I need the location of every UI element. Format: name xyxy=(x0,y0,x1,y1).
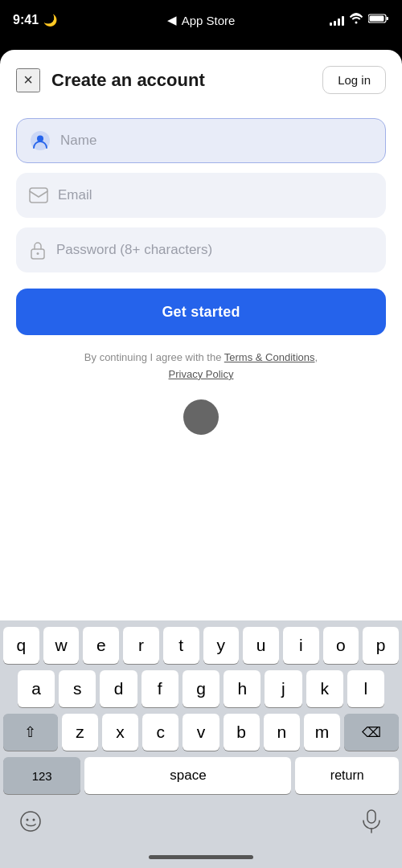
keyboard-row-2: a s d f g h j k l xyxy=(0,670,402,707)
key-r[interactable]: r xyxy=(123,627,159,664)
keyboard-bottom-row xyxy=(0,800,402,845)
key-o[interactable]: o xyxy=(323,627,359,664)
key-n[interactable]: n xyxy=(264,714,300,751)
svg-rect-5 xyxy=(30,188,47,203)
email-icon xyxy=(29,187,48,203)
svg-point-7 xyxy=(37,252,39,255)
key-l[interactable]: l xyxy=(347,670,384,707)
key-q[interactable]: q xyxy=(3,627,39,664)
name-input[interactable] xyxy=(60,133,372,149)
numbers-key[interactable]: 123 xyxy=(3,757,80,794)
key-j[interactable]: j xyxy=(265,670,302,707)
drag-handle-area xyxy=(16,399,386,435)
svg-point-8 xyxy=(21,812,40,831)
svg-rect-1 xyxy=(370,16,384,22)
svg-rect-11 xyxy=(367,810,375,823)
microphone-icon[interactable] xyxy=(354,804,389,839)
svg-rect-2 xyxy=(387,17,389,20)
email-field-group[interactable] xyxy=(16,173,386,218)
svg-point-9 xyxy=(27,819,29,821)
password-field-group[interactable] xyxy=(16,227,386,272)
shift-key[interactable]: ⇧ xyxy=(3,714,58,751)
app-store-label[interactable]: App Store xyxy=(182,14,236,27)
wifi-icon xyxy=(349,13,363,27)
battery-icon xyxy=(368,13,389,27)
key-c[interactable]: c xyxy=(142,714,178,751)
key-d[interactable]: d xyxy=(100,670,137,707)
backspace-key[interactable]: ⌫ xyxy=(344,714,399,751)
terms-conditions-link[interactable]: Terms & Conditions xyxy=(224,351,315,363)
moon-icon: 🌙 xyxy=(43,14,57,27)
key-f[interactable]: f xyxy=(142,670,178,707)
keyboard: q w e r t y u i o p a s d f g h j k l ⇧ … xyxy=(0,620,402,868)
email-input[interactable] xyxy=(58,187,373,203)
keyboard-row-1: q w e r t y u i o p xyxy=(0,627,402,664)
key-k[interactable]: k xyxy=(306,670,343,707)
status-time: 9:41 xyxy=(13,13,39,27)
drag-handle-dot xyxy=(183,399,219,435)
key-m[interactable]: m xyxy=(304,714,340,751)
page-title: Create an account xyxy=(51,70,205,91)
name-field-group[interactable] xyxy=(16,118,386,163)
space-key[interactable]: space xyxy=(84,757,291,794)
keyboard-row-3: ⇧ z x c v b n m ⌫ xyxy=(0,714,402,751)
keyboard-row-4: 123 space return xyxy=(0,757,402,794)
terms-prefix: By continuing I agree with the xyxy=(84,351,224,363)
password-input[interactable] xyxy=(56,242,373,258)
key-z[interactable]: z xyxy=(62,714,98,751)
signal-icon xyxy=(330,14,344,26)
home-indicator xyxy=(0,845,402,868)
key-y[interactable]: y xyxy=(203,627,240,664)
return-key[interactable]: return xyxy=(295,757,399,794)
form-area: Get started By continuing I agree with t… xyxy=(0,102,402,435)
key-t[interactable]: t xyxy=(163,627,199,664)
lock-icon xyxy=(29,240,47,260)
person-icon xyxy=(30,130,51,151)
key-u[interactable]: u xyxy=(243,627,279,664)
status-bar: 9:41 🌙 ◀ App Store xyxy=(0,0,402,40)
key-s[interactable]: s xyxy=(59,670,96,707)
home-bar xyxy=(149,855,253,859)
key-p[interactable]: p xyxy=(363,627,399,664)
key-b[interactable]: b xyxy=(224,714,260,751)
emoji-icon[interactable] xyxy=(13,804,48,839)
key-h[interactable]: h xyxy=(224,670,260,707)
modal-header: × Create an account Log in xyxy=(0,50,402,102)
terms-separator: , xyxy=(315,351,318,363)
privacy-policy-link[interactable]: Privacy Policy xyxy=(169,368,234,380)
key-w[interactable]: w xyxy=(43,627,80,664)
key-g[interactable]: g xyxy=(183,670,219,707)
get-started-button[interactable]: Get started xyxy=(16,289,386,335)
key-e[interactable]: e xyxy=(83,627,119,664)
back-chevron-icon: ◀ xyxy=(167,13,177,27)
login-button[interactable]: Log in xyxy=(322,66,386,94)
terms-text: By continuing I agree with the Terms & C… xyxy=(16,350,386,383)
key-v[interactable]: v xyxy=(183,714,219,751)
key-i[interactable]: i xyxy=(283,627,319,664)
key-a[interactable]: a xyxy=(18,670,55,707)
svg-point-10 xyxy=(33,819,35,821)
close-button[interactable]: × xyxy=(16,68,40,92)
key-x[interactable]: x xyxy=(102,714,138,751)
